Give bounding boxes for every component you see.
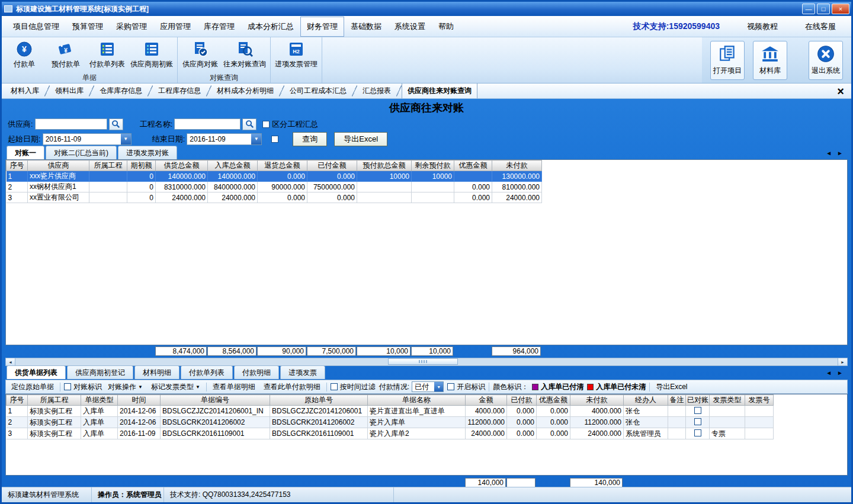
supplier-input[interactable] — [35, 118, 107, 130]
menu-item[interactable]: 系统设置 — [388, 17, 432, 37]
column-header[interactable]: 单据名称 — [368, 395, 466, 406]
workspace-tab[interactable]: 材料入库 — [5, 84, 44, 98]
menu-item[interactable]: 基础数据 — [344, 17, 388, 37]
payment-status-combo[interactable]: 已付 ▼ — [412, 381, 444, 392]
column-header[interactable]: 预付款总金额 — [357, 160, 412, 171]
column-header[interactable]: 优惠金额 — [537, 395, 570, 406]
restore-button[interactable]: □ — [817, 4, 830, 14]
close-workspace-tab-icon[interactable]: × — [837, 85, 844, 97]
material-lib-button[interactable]: 材料库 — [753, 41, 787, 80]
horizontal-scrollbar[interactable]: ◄ ► — [5, 358, 848, 366]
workspace-tab[interactable]: 领料出库 — [50, 84, 89, 98]
minimize-button[interactable]: — — [802, 4, 815, 14]
column-header[interactable]: 入库总金额 — [208, 160, 258, 171]
workspace-tab[interactable]: 仓库库存信息 — [94, 84, 147, 98]
subtab[interactable]: 付款明细 — [234, 365, 279, 379]
dropdown-icon[interactable]: ▼ — [121, 134, 131, 145]
column-header[interactable]: 退货总金额 — [258, 160, 307, 171]
secondary-filter-checkbox[interactable] — [271, 136, 278, 143]
subtab[interactable]: 供应商期初登记 — [67, 365, 133, 379]
scroll-left-icon[interactable]: ◄ — [826, 370, 832, 376]
subtab[interactable]: 对账一 — [7, 146, 44, 159]
video-tutorial-link[interactable]: 视频教程 — [747, 21, 778, 32]
menu-item[interactable]: 帮助 — [432, 17, 460, 37]
open-project-button[interactable]: 打开项目 — [710, 41, 745, 80]
invoice-manage-button[interactable]: H2进项发票管理 — [272, 38, 320, 73]
column-header[interactable]: 供货总金额 — [156, 160, 208, 171]
table-row[interactable]: 1标顶实例工程入库单2014-12-06BDSLGCZJZC2014120600… — [7, 406, 774, 417]
supplier-search-button[interactable] — [109, 118, 123, 130]
table-row[interactable]: 1xxx瓷片供应商0140000.000140000.0000.0000.000… — [7, 171, 542, 182]
column-header[interactable]: 已付金额 — [307, 160, 357, 171]
column-header[interactable]: 原始单号 — [270, 395, 368, 406]
column-header[interactable]: 所属工程 — [89, 160, 127, 171]
project-input[interactable] — [174, 118, 240, 130]
table-row[interactable]: 2标顶实例工程入库单2014-12-06BDSLGCRK20141206002B… — [7, 417, 774, 428]
close-button[interactable]: × — [832, 4, 849, 14]
column-header[interactable]: 序号 — [7, 395, 28, 406]
payment-list-button[interactable]: 付款单列表 — [86, 38, 128, 73]
enable-flag-checkbox[interactable] — [447, 383, 454, 390]
column-header[interactable]: 时间 — [118, 395, 161, 406]
start-date-picker[interactable]: 2016-11-09 ▼ — [43, 133, 132, 145]
reconcile-search-button[interactable]: 往来对账查询 — [221, 38, 268, 73]
scroll-thumb[interactable] — [388, 358, 458, 365]
reconcile-menu-button[interactable]: 对账操作 ▼ — [105, 381, 145, 393]
menu-item[interactable]: 财务管理 — [300, 17, 344, 37]
workspace-tab[interactable]: 材料成本分析明细 — [211, 84, 279, 98]
table-row[interactable]: 3xx置业有限公司024000.00024000.0000.0000.0000.… — [7, 192, 542, 203]
view-payment-detail-button[interactable]: 查看此单付款明细 — [261, 381, 323, 393]
column-header[interactable]: 已付款 — [507, 395, 537, 406]
menu-item[interactable]: 成本分析汇总 — [241, 17, 300, 37]
column-header[interactable]: 序号 — [7, 160, 28, 171]
subtab[interactable]: 供货单据列表 — [7, 365, 66, 379]
payment-button[interactable]: ¥付款单 — [4, 38, 45, 73]
workspace-tab[interactable]: 工程库存信息 — [153, 84, 206, 98]
supplier-reconcile-button[interactable]: 供应商对账 — [179, 38, 221, 73]
workspace-tab[interactable]: 供应商往来对账查询 — [402, 84, 477, 98]
subtab[interactable]: 进项发票对账 — [118, 146, 177, 159]
scroll-left-button[interactable]: ◄ — [6, 358, 15, 365]
menu-item[interactable]: 预算管理 — [66, 17, 110, 37]
supplier-opening-button[interactable]: 供应商期初账 — [128, 38, 175, 73]
export-excel-button[interactable]: 导出Excel — [334, 132, 387, 146]
dropdown-icon[interactable]: ▼ — [251, 134, 261, 145]
menu-item[interactable]: 应用管理 — [153, 17, 197, 37]
column-header[interactable]: 单据编号 — [161, 395, 270, 406]
prepayment-button[interactable]: ¥预付款单 — [45, 38, 86, 73]
column-header[interactable]: 金额 — [466, 395, 507, 406]
locate-original-button[interactable]: 定位原始单据 — [9, 381, 56, 393]
menu-item[interactable]: 库存管理 — [197, 17, 241, 37]
query-button[interactable]: 查询 — [293, 132, 327, 146]
mark-invoice-type-button[interactable]: 标记发票类型 ▼ — [149, 381, 203, 393]
column-header[interactable]: 未付款 — [570, 395, 624, 406]
reconciled-checkbox[interactable] — [694, 418, 701, 425]
time-filter-checkbox[interactable] — [331, 383, 338, 390]
exit-system-button[interactable]: 退出系统 — [809, 41, 843, 80]
online-service-link[interactable]: 在线客服 — [805, 21, 836, 32]
column-header[interactable]: 备注 — [668, 395, 686, 406]
reconciled-checkbox[interactable] — [694, 429, 701, 436]
view-detail-button[interactable]: 查看单据明细 — [210, 381, 258, 393]
subtab[interactable]: 进项发票 — [280, 365, 325, 379]
column-header[interactable]: 未付款 — [492, 160, 542, 171]
scroll-left-icon[interactable]: ◄ — [826, 150, 832, 156]
bottom-export-excel-button[interactable]: 导出Excel — [653, 381, 690, 393]
subtab[interactable]: 对账二(汇总当前) — [46, 146, 117, 159]
table-row[interactable]: 3标顶实例工程入库单2016-11-09BDSLGCRK20161109001B… — [7, 428, 774, 439]
column-header[interactable]: 发票号 — [745, 395, 774, 406]
column-header[interactable]: 单据类型 — [81, 395, 118, 406]
reconciled-checkbox[interactable] — [694, 407, 701, 414]
menu-item[interactable]: 项目信息管理 — [7, 17, 66, 37]
workspace-tab[interactable]: 公司工程成本汇总 — [284, 84, 352, 98]
subtab[interactable]: 付款单列表 — [181, 365, 233, 379]
scroll-right-button[interactable]: ► — [838, 358, 847, 365]
dropdown-icon[interactable]: ▼ — [434, 382, 443, 391]
column-header[interactable]: 经办人 — [624, 395, 668, 406]
reconcile-flag-checkbox[interactable] — [64, 383, 71, 390]
column-header[interactable]: 已对账 — [686, 395, 710, 406]
scroll-right-icon[interactable]: ► — [837, 150, 843, 156]
subtab[interactable]: 材料明细 — [134, 365, 179, 379]
column-header[interactable]: 期初额 — [127, 160, 156, 171]
column-header[interactable]: 优惠金额 — [454, 160, 492, 171]
